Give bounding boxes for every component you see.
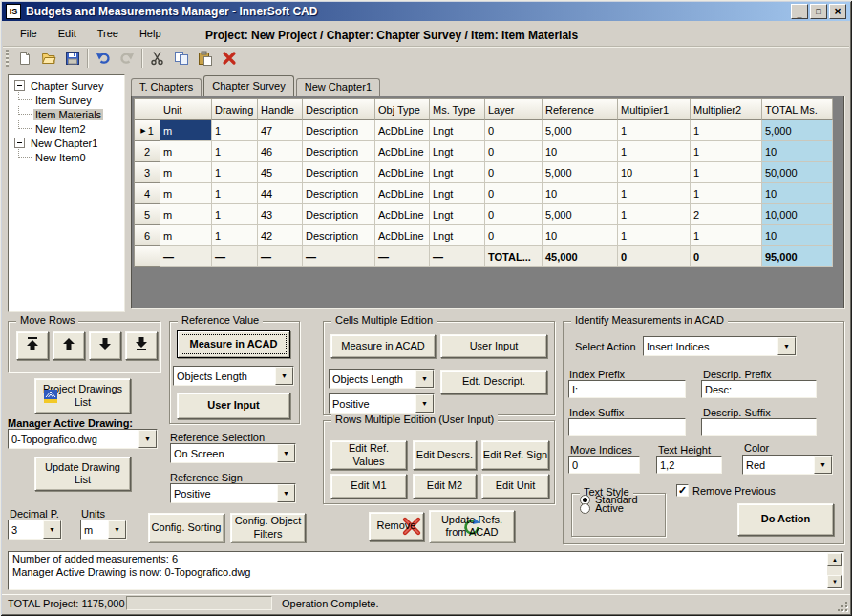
grid-cell[interactable]: Lngt bbox=[430, 162, 485, 183]
grid-cell[interactable]: Description bbox=[303, 183, 375, 204]
new-button[interactable] bbox=[13, 48, 35, 69]
scroll-up-icon[interactable]: ▲ bbox=[827, 553, 842, 566]
reference-selection-select[interactable]: On Screen ▼ bbox=[170, 443, 296, 463]
edit-descript-button[interactable]: Edt. Descript. bbox=[440, 370, 547, 394]
radio-active[interactable] bbox=[580, 503, 590, 514]
grid-cell[interactable]: 45 bbox=[258, 162, 303, 183]
maximize-button[interactable]: □ bbox=[810, 4, 827, 19]
close-button[interactable]: × bbox=[829, 4, 846, 19]
grid-cell[interactable]: 10 bbox=[543, 183, 618, 204]
move-down-button[interactable] bbox=[89, 331, 121, 360]
config-object-filters-button[interactable]: Config. Object Filters bbox=[230, 513, 306, 542]
measure-in-acad-button[interactable]: Measure in ACAD bbox=[177, 330, 290, 358]
grid-cell[interactable]: AcDbLine bbox=[375, 162, 430, 183]
grid-cell[interactable]: 5,000 bbox=[762, 120, 833, 141]
do-action-button[interactable]: Do Action bbox=[737, 503, 834, 536]
color-select[interactable]: Red ▼ bbox=[742, 455, 833, 475]
user-input-button[interactable]: User Input bbox=[177, 393, 290, 419]
remove-previous-option[interactable]: ✓ Remove Previous bbox=[676, 484, 776, 497]
column-header-ms-type[interactable]: Ms. Type bbox=[430, 99, 485, 120]
scroll-down-icon[interactable]: ▼ bbox=[827, 575, 842, 588]
grid-cell[interactable]: 0 bbox=[485, 183, 543, 204]
units-select[interactable]: m ▼ bbox=[80, 520, 127, 540]
cells-mode-select[interactable]: Objects Length ▼ bbox=[329, 369, 435, 389]
grid-cell[interactable]: 1 bbox=[618, 141, 691, 162]
grid-cell[interactable]: m bbox=[160, 225, 212, 246]
grid-cell[interactable]: 1 bbox=[618, 204, 691, 225]
tree-expander-icon[interactable] bbox=[14, 138, 25, 148]
cells-measure-in-acad-button[interactable]: Measure in ACAD bbox=[330, 334, 436, 358]
row-header-6[interactable]: 6 bbox=[135, 225, 160, 246]
tree-node-new-item0[interactable]: New Item0 bbox=[9, 150, 124, 164]
chevron-down-icon[interactable]: ▼ bbox=[814, 456, 832, 474]
tree-node-item-survey[interactable]: Item Survey bbox=[9, 93, 124, 107]
menu-edit[interactable]: Edit bbox=[51, 25, 84, 42]
resize-grip[interactable] bbox=[836, 600, 847, 611]
grid-cell[interactable]: 1 bbox=[618, 225, 691, 246]
title-bar[interactable]: IS Budgets and Measurements Manager - In… bbox=[2, 2, 850, 21]
move-indices-field[interactable] bbox=[568, 456, 640, 474]
grid-cell[interactable]: Description bbox=[303, 162, 375, 183]
open-button[interactable] bbox=[37, 48, 59, 69]
grid-cell[interactable]: 0 bbox=[485, 120, 543, 141]
update-drawing-list-button[interactable]: Update Drawing List bbox=[34, 457, 131, 491]
select-action-select[interactable]: Insert Indices ▼ bbox=[643, 336, 797, 356]
column-header-multiplier1[interactable]: Multiplier1 bbox=[618, 99, 691, 120]
grid-cell[interactable]: 1 bbox=[212, 120, 258, 141]
grid-cell[interactable]: Description bbox=[303, 225, 375, 246]
grid-cell[interactable]: 1 bbox=[212, 225, 258, 246]
grid-cell[interactable]: 10 bbox=[543, 225, 618, 246]
chevron-down-icon[interactable]: ▼ bbox=[777, 337, 796, 355]
column-header-drawing[interactable]: Drawing bbox=[212, 99, 258, 120]
chevron-down-icon[interactable]: ▼ bbox=[277, 444, 295, 462]
tree-node-chapter-survey[interactable]: Chapter Survey bbox=[9, 78, 124, 93]
text-height-field[interactable] bbox=[656, 456, 722, 474]
grid-cell[interactable]: AcDbLine bbox=[375, 183, 430, 204]
toolbar-grip[interactable] bbox=[6, 50, 9, 67]
grid-cell[interactable]: m bbox=[160, 183, 212, 204]
grid-cell[interactable]: 0 bbox=[485, 225, 543, 246]
grid-cell[interactable]: Lngt bbox=[430, 204, 485, 225]
remove-button[interactable]: Remove bbox=[369, 512, 424, 541]
redo-button[interactable] bbox=[116, 48, 138, 69]
menu-tree[interactable]: Tree bbox=[90, 25, 126, 42]
edit-ref-sign-button[interactable]: Edit Ref. Sign bbox=[481, 440, 549, 470]
chevron-down-icon[interactable]: ▼ bbox=[277, 484, 295, 502]
column-header-unit[interactable]: Unit bbox=[160, 99, 212, 120]
tree-node-new-item2[interactable]: New Item2 bbox=[9, 121, 124, 136]
message-log[interactable]: Number of added measurements: 6Manager A… bbox=[8, 551, 844, 590]
grid-cell[interactable]: 0 bbox=[485, 204, 543, 225]
row-header-2[interactable]: 2 bbox=[135, 141, 160, 162]
descrip-suffix-field[interactable] bbox=[701, 418, 817, 436]
column-header-corner[interactable] bbox=[135, 99, 160, 120]
grid-cell[interactable]: m bbox=[160, 141, 212, 162]
edit-ref-values-button[interactable]: Edit Ref. Values bbox=[330, 440, 407, 470]
grid-cell[interactable]: 10 bbox=[543, 141, 618, 162]
tab-chapter-survey[interactable]: Chapter Survey bbox=[203, 75, 293, 96]
grid-cell[interactable]: 5,000 bbox=[543, 120, 618, 141]
grid-cell[interactable]: 1 bbox=[618, 120, 691, 141]
grid-cell[interactable]: 1 bbox=[691, 162, 762, 183]
grid-cell[interactable]: 1 bbox=[212, 162, 258, 183]
active-drawing-select[interactable]: 0-Topografico.dwg ▼ bbox=[8, 429, 158, 449]
grid-cell[interactable]: 1 bbox=[212, 204, 258, 225]
grid-cell[interactable]: 10 bbox=[618, 162, 691, 183]
column-header-total-ms[interactable]: TOTAL Ms. bbox=[762, 99, 833, 120]
row-header-1[interactable]: ▶1 bbox=[135, 120, 160, 141]
grid-cell[interactable]: 42 bbox=[258, 225, 303, 246]
column-header-handle[interactable]: Handle bbox=[258, 99, 303, 120]
grid-cell[interactable]: m bbox=[160, 120, 212, 141]
reference-sign-select[interactable]: Positive ▼ bbox=[170, 483, 296, 503]
grid-cell[interactable]: Description bbox=[303, 204, 375, 225]
chevron-down-icon[interactable]: ▼ bbox=[415, 370, 434, 388]
row-header-3[interactable]: 3 bbox=[135, 162, 160, 183]
grid-cell[interactable]: m bbox=[160, 204, 212, 225]
grid-cell[interactable]: 47 bbox=[258, 120, 303, 141]
chevron-down-icon[interactable]: ▼ bbox=[43, 520, 61, 539]
reference-mode-select[interactable]: Objects Length ▼ bbox=[173, 366, 294, 386]
edit-unit-button[interactable]: Edit Unit bbox=[481, 474, 549, 499]
save-button[interactable] bbox=[61, 48, 83, 69]
grid-cell[interactable]: Lngt bbox=[430, 141, 485, 162]
menu-file[interactable]: File bbox=[12, 25, 45, 42]
grid-cell[interactable]: 1 bbox=[691, 120, 762, 141]
